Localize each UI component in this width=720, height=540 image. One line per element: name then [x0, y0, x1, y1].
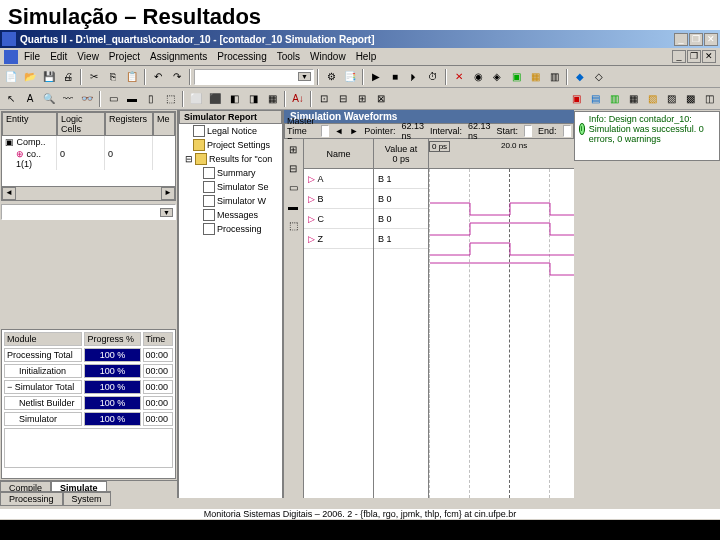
- wf1-icon[interactable]: ⊡: [315, 90, 333, 108]
- entity-row[interactable]: ▣ Comp..: [2, 136, 175, 148]
- wftool-2-icon[interactable]: ▬: [284, 197, 302, 215]
- tree-item-simset[interactable]: Simulator Se: [179, 180, 282, 194]
- new-icon[interactable]: 📄: [2, 68, 20, 86]
- tool1-icon[interactable]: ✕: [450, 68, 468, 86]
- tool6-icon[interactable]: ▥: [545, 68, 563, 86]
- tree-item-results[interactable]: ⊟Results for "con: [179, 152, 282, 166]
- extra2-icon[interactable]: ▤: [586, 90, 604, 108]
- tree-item-settings[interactable]: Project Settings: [179, 138, 282, 152]
- mod-header-time[interactable]: Time: [143, 332, 173, 346]
- maximize-button[interactable]: ❐: [689, 33, 703, 46]
- tab-system[interactable]: System: [63, 492, 111, 506]
- menu-assignments[interactable]: Assignments: [150, 51, 207, 62]
- compile-icon[interactable]: ▶: [367, 68, 385, 86]
- simulate-icon[interactable]: ⏵: [405, 68, 423, 86]
- wf4-icon[interactable]: ⊠: [372, 90, 390, 108]
- start-input[interactable]: [524, 125, 532, 137]
- tool2-icon[interactable]: ◉: [469, 68, 487, 86]
- edit1-icon[interactable]: ▭: [104, 90, 122, 108]
- tree-item-simw[interactable]: Simulator W: [179, 194, 282, 208]
- minimize-button[interactable]: _: [674, 33, 688, 46]
- save-icon[interactable]: 💾: [40, 68, 58, 86]
- entity-header-regs[interactable]: Registers: [105, 112, 153, 136]
- tool8-icon[interactable]: ◇: [590, 68, 608, 86]
- menu-file[interactable]: File: [24, 51, 40, 62]
- sort-icon[interactable]: A↓: [289, 90, 307, 108]
- val1-icon[interactable]: ⬜: [187, 90, 205, 108]
- cut-icon[interactable]: ✂: [85, 68, 103, 86]
- menu-help[interactable]: Help: [356, 51, 377, 62]
- assignments-icon[interactable]: 📑: [341, 68, 359, 86]
- extra7-icon[interactable]: ▩: [681, 90, 699, 108]
- undo-icon[interactable]: ↶: [149, 68, 167, 86]
- settings-icon[interactable]: ⚙: [322, 68, 340, 86]
- wave-icon[interactable]: 〰: [59, 90, 77, 108]
- extra6-icon[interactable]: ▨: [662, 90, 680, 108]
- stop-icon[interactable]: ■: [386, 68, 404, 86]
- table-row[interactable]: Initialization100 %00:00: [4, 364, 173, 378]
- tool7-icon[interactable]: ◆: [571, 68, 589, 86]
- val2-icon[interactable]: ⬛: [206, 90, 224, 108]
- signal-row[interactable]: ▷ C: [304, 209, 373, 229]
- nav-right-icon[interactable]: ►: [349, 126, 358, 136]
- wf2-icon[interactable]: ⊟: [334, 90, 352, 108]
- tree-item-summary[interactable]: Summary: [179, 166, 282, 180]
- entity-row[interactable]: ⊕ co.. 1(1) 0 0: [2, 148, 175, 170]
- tree-item-messages[interactable]: Messages: [179, 208, 282, 222]
- mdi-restore-button[interactable]: ❐: [687, 50, 701, 63]
- val5-icon[interactable]: ▦: [263, 90, 281, 108]
- table-row[interactable]: − Simulator Total100 %00:00: [4, 380, 173, 394]
- quick-dropdown[interactable]: ▼: [1, 204, 176, 220]
- master-time-input[interactable]: [321, 125, 329, 137]
- menu-edit[interactable]: Edit: [50, 51, 67, 62]
- paste-icon[interactable]: 📋: [123, 68, 141, 86]
- zoom-icon[interactable]: 🔍: [40, 90, 58, 108]
- signal-row[interactable]: ▷ Z: [304, 229, 373, 249]
- menu-window[interactable]: Window: [310, 51, 346, 62]
- extra5-icon[interactable]: ▧: [643, 90, 661, 108]
- mdi-minimize-button[interactable]: _: [672, 50, 686, 63]
- wftool-1-icon[interactable]: ▭: [284, 178, 302, 196]
- project-dropdown[interactable]: ▼: [194, 69, 314, 85]
- mod-header-progress[interactable]: Progress %: [84, 332, 140, 346]
- tool5-icon[interactable]: ▦: [526, 68, 544, 86]
- scrollbar-h[interactable]: ◄ ►: [2, 186, 175, 200]
- edit4-icon[interactable]: ⬚: [161, 90, 179, 108]
- wftool-3-icon[interactable]: ⬚: [284, 216, 302, 234]
- tree-item-processing[interactable]: Processing: [179, 222, 282, 236]
- extra3-icon[interactable]: ▥: [605, 90, 623, 108]
- menu-project[interactable]: Project: [109, 51, 140, 62]
- waveform-canvas[interactable]: 0 ps 20.0 ns 40.0 ns 60.0 ns 80.0 ns 100…: [429, 139, 574, 498]
- redo-icon[interactable]: ↷: [168, 68, 186, 86]
- extra8-icon[interactable]: ◫: [700, 90, 718, 108]
- collapse-icon[interactable]: −: [7, 382, 12, 392]
- wf3-icon[interactable]: ⊞: [353, 90, 371, 108]
- signal-row[interactable]: ▷ B: [304, 189, 373, 209]
- table-row[interactable]: Netlist Builder100 %00:00: [4, 396, 173, 410]
- extra1-icon[interactable]: ▣: [567, 90, 585, 108]
- end-input[interactable]: [563, 125, 571, 137]
- val3-icon[interactable]: ◧: [225, 90, 243, 108]
- tab-processing[interactable]: Processing: [0, 492, 63, 506]
- table-row[interactable]: Processing Total100 %00:00: [4, 348, 173, 362]
- table-row[interactable]: Simulator100 %00:00: [4, 412, 173, 426]
- menu-processing[interactable]: Processing: [217, 51, 266, 62]
- collapse-icon[interactable]: ⊟: [185, 154, 193, 164]
- tool3-icon[interactable]: ◈: [488, 68, 506, 86]
- extra4-icon[interactable]: ▦: [624, 90, 642, 108]
- edit2-icon[interactable]: ▬: [123, 90, 141, 108]
- mod-header-module[interactable]: Module: [4, 332, 82, 346]
- mdi-close-button[interactable]: ✕: [702, 50, 716, 63]
- edit3-icon[interactable]: ▯: [142, 90, 160, 108]
- pointer-icon[interactable]: ↖: [2, 90, 20, 108]
- scroll-right-icon[interactable]: ►: [161, 187, 175, 200]
- tree-item-legal[interactable]: Legal Notice: [179, 124, 282, 138]
- open-icon[interactable]: 📂: [21, 68, 39, 86]
- wftool-collapse-icon[interactable]: ⊟: [284, 159, 302, 177]
- binoculars-icon[interactable]: 👓: [78, 90, 96, 108]
- entity-header-me[interactable]: Me: [153, 112, 175, 136]
- nav-left-icon[interactable]: ◄: [335, 126, 344, 136]
- menu-view[interactable]: View: [77, 51, 99, 62]
- copy-icon[interactable]: ⎘: [104, 68, 122, 86]
- entity-header-logic[interactable]: Logic Cells: [57, 112, 105, 136]
